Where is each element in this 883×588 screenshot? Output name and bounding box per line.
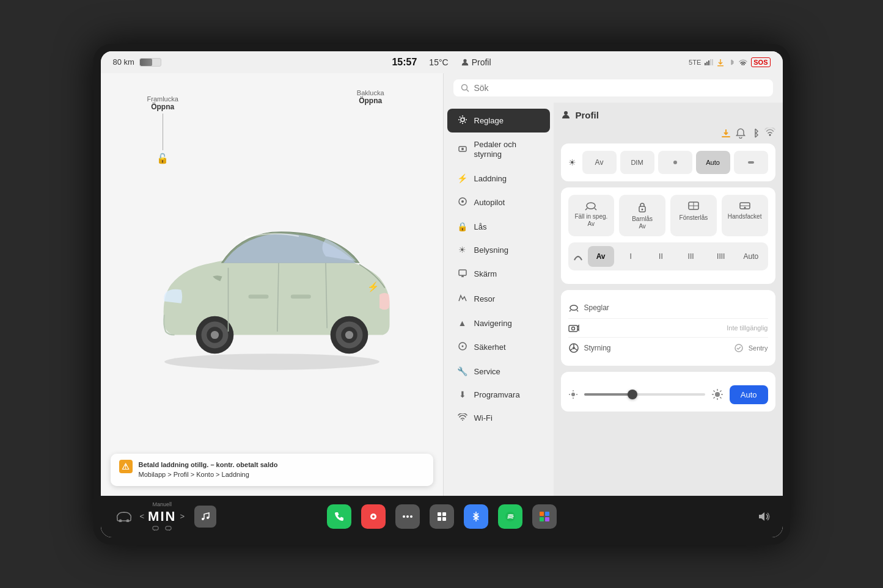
profile-header-label: Profil <box>576 110 599 120</box>
media-prev-btn[interactable]: < <box>140 512 145 521</box>
signal-icon <box>705 59 713 65</box>
sentry-row: Inte tillgänglig <box>568 318 768 337</box>
menu-item-reglage[interactable]: Reglage <box>447 109 550 132</box>
wiper-4-btn[interactable]: IIII <box>708 246 734 267</box>
search-input[interactable] <box>474 83 766 93</box>
svg-line-57 <box>575 349 577 350</box>
status-bar: 80 km 15:57 15°C Profil 5TE <box>101 51 783 73</box>
svg-point-41 <box>587 203 595 209</box>
media-title: MIN <box>148 509 176 524</box>
dashcam-btn[interactable] <box>361 504 386 529</box>
barnlas-btn[interactable]: BarnlåsAv <box>619 195 665 236</box>
laddning-icon: ⚡ <box>457 173 468 183</box>
svg-point-52 <box>571 327 574 330</box>
svg-point-38 <box>769 134 771 136</box>
status-right: 5TE <box>689 57 770 67</box>
spotify-icon <box>505 511 516 522</box>
dots-menu-btn[interactable] <box>395 504 420 529</box>
svg-rect-4 <box>710 59 711 65</box>
volume-icon[interactable] <box>757 511 771 522</box>
styrning-right: Sentry <box>734 343 768 353</box>
menu-label-reglage: Reglage <box>474 116 504 125</box>
dots-icon <box>402 515 413 518</box>
menu-item-navigering[interactable]: ▲ Navigering <box>447 312 550 334</box>
svg-rect-87 <box>442 517 446 521</box>
menu-item-belysning[interactable]: ☀ Belysning <box>447 239 550 261</box>
mode-icon1-btn[interactable] <box>658 151 692 174</box>
brightness-section: Auto <box>561 372 775 412</box>
svg-text:⚡: ⚡ <box>367 280 379 292</box>
menu-item-resor[interactable]: Resor <box>447 287 550 311</box>
main-content: Framlucka Öppna 🔓 Baklucka Öppna <box>101 73 783 496</box>
music-btn[interactable] <box>194 506 216 528</box>
svg-point-25 <box>461 118 464 122</box>
brightness-slider[interactable] <box>584 393 705 396</box>
auto-brightness-btn[interactable]: Auto <box>730 385 768 404</box>
media-next-btn[interactable]: > <box>180 512 185 521</box>
sos-label[interactable]: SOS <box>751 57 770 67</box>
menu-item-programvara[interactable]: ⬇ Programvara <box>447 383 550 405</box>
wiper-2-btn[interactable]: II <box>648 246 674 267</box>
mirror-icon <box>585 201 597 211</box>
svg-rect-91 <box>545 512 549 516</box>
warning-banner[interactable]: ⚠ Betald laddning otillg. – kontr. obeta… <box>111 454 433 486</box>
temperature: 15°C <box>429 57 448 67</box>
phone-btn[interactable] <box>327 504 351 529</box>
mosaic-btn[interactable] <box>532 504 557 529</box>
menu-item-las[interactable]: 🔒 Lås <box>447 216 550 238</box>
screen-container: 80 km 15:57 15°C Profil 5TE <box>93 44 790 545</box>
menu-item-sakerhet[interactable]: Säkerhet <box>447 335 550 359</box>
apps-btn[interactable] <box>430 504 454 529</box>
mode-auto-btn[interactable]: Auto <box>696 151 730 174</box>
baklucka-label[interactable]: Baklucka Öppna <box>357 89 384 105</box>
top-icons-row <box>561 128 775 139</box>
svg-point-74 <box>126 519 129 522</box>
brightness-handle[interactable] <box>628 390 637 399</box>
fall-in-spegel-btn[interactable]: Fäll in speg.Av <box>568 195 615 236</box>
framlucka-label[interactable]: Framlucka Öppna 🔓 <box>147 95 178 164</box>
svg-rect-1 <box>705 63 706 65</box>
framlucka-title: Framlucka <box>147 95 178 103</box>
wiper-av-btn[interactable]: Av <box>588 246 614 267</box>
wiper-3-btn[interactable]: III <box>678 246 704 267</box>
music-icon <box>200 512 210 521</box>
search-container[interactable] <box>453 79 773 96</box>
media-controls: < MIN > <box>140 509 185 524</box>
svg-line-24 <box>466 89 469 92</box>
menu-list: Reglage Pedaler och styrning ⚡ Laddning <box>444 103 554 496</box>
bluetooth-taskbar-icon <box>472 511 480 522</box>
svg-point-43 <box>642 208 643 210</box>
wiper-auto-btn[interactable]: Auto <box>738 246 764 267</box>
profile-indicator[interactable]: Profil <box>461 57 491 67</box>
menu-item-laddning[interactable]: ⚡ Laddning <box>447 167 550 189</box>
profile-label: Profil <box>472 57 491 67</box>
media-label: Manuell <box>152 501 172 507</box>
svg-point-73 <box>119 519 122 522</box>
right-panel: Reglage Pedaler och styrning ⚡ Laddning <box>443 73 783 496</box>
fonsterlast-btn[interactable]: Fönsterlås <box>670 195 717 236</box>
svg-line-69 <box>713 391 714 392</box>
car-status-btn[interactable] <box>113 506 135 528</box>
mode-icon2-btn[interactable] <box>734 151 768 174</box>
wifi-icon <box>739 59 747 65</box>
settings-panel: Profil ☀ Av <box>554 103 783 496</box>
menu-item-skarm[interactable]: Skärm <box>447 262 550 286</box>
mode-dim-btn[interactable]: DIM <box>620 151 654 174</box>
menu-label-wifi: Wi-Fi <box>474 413 493 423</box>
mode-av-btn[interactable]: Av <box>582 151 617 174</box>
warning-title: Betald laddning otillg. – kontr. obetalt… <box>139 460 278 470</box>
svg-point-12 <box>210 330 218 338</box>
menu-item-autopilot[interactable]: Autopilot <box>447 191 550 214</box>
menu-item-pedaler[interactable]: Pedaler och styrning <box>447 134 550 167</box>
bluetooth-btn[interactable] <box>464 504 488 529</box>
menu-item-service[interactable]: 🔧 Service <box>447 360 550 382</box>
svg-point-8 <box>164 354 379 369</box>
handsfacket-btn[interactable]: Handsfacket <box>722 195 768 236</box>
sentry-mode-icon <box>734 343 744 353</box>
svg-point-23 <box>461 84 467 90</box>
menu-item-wifi[interactable]: Wi-Fi <box>447 407 550 429</box>
spotify-btn[interactable] <box>498 504 522 529</box>
wiper-1-btn[interactable]: I <box>618 246 644 267</box>
svg-rect-30 <box>459 270 466 275</box>
menu-label-programvara: Programvara <box>474 390 520 399</box>
